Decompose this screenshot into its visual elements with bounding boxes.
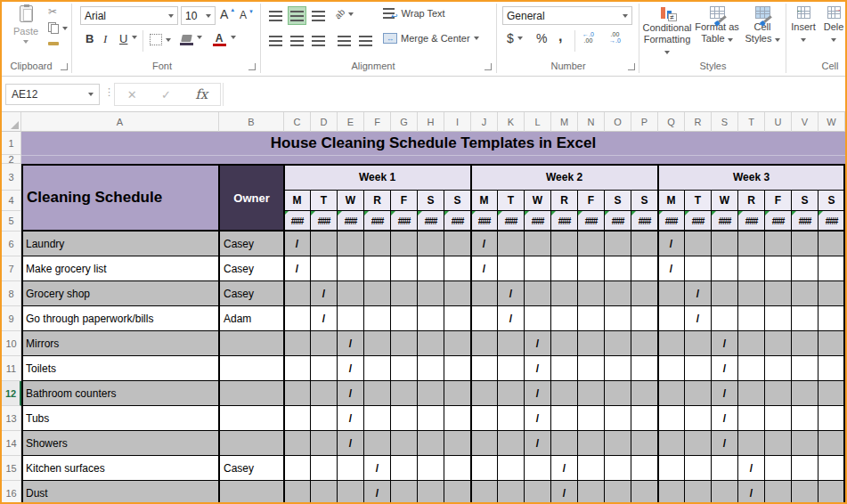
empty-cell[interactable] bbox=[551, 281, 578, 306]
empty-cell[interactable] bbox=[631, 356, 658, 381]
empty-cell[interactable] bbox=[738, 256, 765, 281]
day-header-week3-W[interactable]: W bbox=[712, 191, 738, 211]
day-header-week2-W[interactable]: W bbox=[525, 191, 551, 211]
check-cell-row13[interactable]: / bbox=[338, 406, 364, 431]
date-overflow-cell[interactable]: ### bbox=[525, 211, 551, 232]
empty-cell[interactable] bbox=[578, 431, 605, 456]
row-header-5[interactable]: 5 bbox=[2, 211, 21, 232]
empty-cell[interactable] bbox=[578, 481, 605, 502]
copy-button[interactable] bbox=[48, 22, 68, 34]
check-cell-row8[interactable]: / bbox=[498, 281, 525, 306]
day-header-week3-S[interactable]: S bbox=[818, 191, 845, 211]
empty-cell[interactable] bbox=[792, 356, 818, 381]
check-cell-row13[interactable]: / bbox=[525, 406, 551, 431]
owner-cell-row15[interactable]: Casey bbox=[219, 456, 284, 481]
empty-cell[interactable] bbox=[418, 256, 444, 281]
column-header-K[interactable]: K bbox=[498, 112, 525, 132]
empty-cell[interactable] bbox=[418, 481, 444, 502]
empty-cell[interactable] bbox=[765, 281, 792, 306]
empty-cell[interactable] bbox=[685, 406, 712, 431]
decrease-indent-button[interactable] bbox=[335, 31, 354, 50]
empty-cell[interactable] bbox=[605, 331, 631, 356]
empty-cell[interactable] bbox=[738, 431, 765, 456]
day-header-week1-F[interactable]: F bbox=[391, 191, 418, 211]
day-header-week1-S[interactable]: S bbox=[418, 191, 444, 211]
column-header-R[interactable]: R bbox=[685, 112, 712, 132]
empty-cell[interactable] bbox=[284, 356, 311, 381]
date-overflow-cell[interactable]: ### bbox=[685, 211, 712, 232]
day-header-week2-S[interactable]: S bbox=[605, 191, 631, 211]
top-align-button[interactable] bbox=[266, 6, 285, 25]
empty-cell[interactable] bbox=[738, 281, 765, 306]
task-name-cell-row6[interactable]: Laundry bbox=[21, 232, 219, 256]
empty-cell[interactable] bbox=[551, 256, 578, 281]
font-color-button[interactable]: A bbox=[209, 30, 229, 50]
date-overflow-cell[interactable]: ### bbox=[818, 211, 845, 232]
empty-cell[interactable] bbox=[605, 431, 631, 456]
check-cell-row9[interactable]: / bbox=[311, 306, 338, 331]
empty-cell[interactable] bbox=[765, 481, 792, 502]
empty-cell[interactable] bbox=[284, 281, 311, 306]
empty-cell[interactable] bbox=[364, 331, 391, 356]
empty-cell[interactable] bbox=[631, 431, 658, 456]
owner-cell-row16[interactable] bbox=[219, 481, 284, 502]
empty-cell[interactable] bbox=[551, 381, 578, 406]
check-cell-row7[interactable]: / bbox=[471, 256, 498, 281]
empty-cell[interactable] bbox=[631, 406, 658, 431]
empty-cell[interactable] bbox=[284, 331, 311, 356]
column-header-V[interactable]: V bbox=[792, 112, 818, 132]
empty-cell[interactable] bbox=[498, 356, 525, 381]
empty-cell[interactable] bbox=[364, 256, 391, 281]
empty-cell[interactable] bbox=[712, 281, 738, 306]
empty-cell[interactable] bbox=[551, 232, 578, 256]
empty-cell[interactable] bbox=[284, 481, 311, 502]
check-cell-row10[interactable]: / bbox=[338, 331, 364, 356]
empty-cell[interactable] bbox=[578, 456, 605, 481]
empty-cell[interactable] bbox=[525, 256, 551, 281]
empty-cell[interactable] bbox=[444, 331, 471, 356]
empty-cell[interactable] bbox=[792, 256, 818, 281]
empty-cell[interactable] bbox=[578, 406, 605, 431]
empty-cell[interactable] bbox=[658, 356, 685, 381]
day-header-week1-T[interactable]: T bbox=[311, 191, 338, 211]
task-name-cell-row7[interactable]: Make grocery list bbox=[21, 256, 219, 281]
empty-cell[interactable] bbox=[658, 281, 685, 306]
empty-cell[interactable] bbox=[338, 456, 364, 481]
empty-cell[interactable] bbox=[311, 256, 338, 281]
empty-cell[interactable] bbox=[364, 281, 391, 306]
empty-cell[interactable] bbox=[685, 232, 712, 256]
empty-cell[interactable] bbox=[738, 306, 765, 331]
empty-cell[interactable] bbox=[792, 406, 818, 431]
empty-cell[interactable] bbox=[444, 481, 471, 502]
check-cell-row11[interactable]: / bbox=[525, 356, 551, 381]
align-right-button[interactable] bbox=[309, 31, 328, 50]
empty-cell[interactable] bbox=[818, 481, 845, 502]
empty-cell[interactable] bbox=[605, 232, 631, 256]
day-header-week3-S[interactable]: S bbox=[792, 191, 818, 211]
empty-cell[interactable] bbox=[338, 232, 364, 256]
empty-cell[interactable] bbox=[418, 356, 444, 381]
date-overflow-cell[interactable]: ### bbox=[658, 211, 685, 232]
day-header-week3-T[interactable]: T bbox=[685, 191, 712, 211]
column-header-S[interactable]: S bbox=[712, 112, 738, 132]
empty-cell[interactable] bbox=[658, 431, 685, 456]
empty-cell[interactable] bbox=[712, 256, 738, 281]
empty-cell[interactable] bbox=[818, 232, 845, 256]
clipboard-dialog-launcher[interactable] bbox=[61, 63, 68, 70]
column-header-H[interactable]: H bbox=[418, 112, 444, 132]
empty-cell[interactable] bbox=[525, 232, 551, 256]
empty-cell[interactable] bbox=[444, 431, 471, 456]
empty-cell[interactable] bbox=[738, 356, 765, 381]
date-overflow-cell[interactable]: ### bbox=[605, 211, 631, 232]
empty-cell[interactable] bbox=[551, 406, 578, 431]
empty-cell[interactable] bbox=[631, 232, 658, 256]
check-cell-row10[interactable]: / bbox=[712, 331, 738, 356]
task-name-cell-row11[interactable]: Toilets bbox=[21, 356, 219, 381]
date-overflow-cell[interactable]: ### bbox=[792, 211, 818, 232]
row-header-13[interactable]: 13 bbox=[2, 406, 21, 431]
empty-cell[interactable] bbox=[498, 331, 525, 356]
column-header-E[interactable]: E bbox=[338, 112, 364, 132]
check-cell-row8[interactable]: / bbox=[685, 281, 712, 306]
empty-cell[interactable] bbox=[471, 406, 498, 431]
date-overflow-cell[interactable]: ### bbox=[364, 211, 391, 232]
